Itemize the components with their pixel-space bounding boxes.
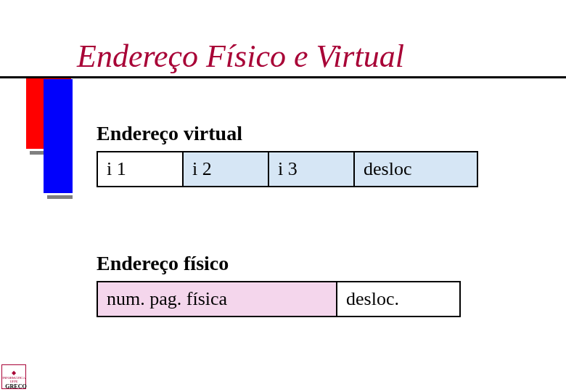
table-row: num. pag. física desloc. xyxy=(97,282,460,317)
virtual-cell-i2: i 2 xyxy=(183,152,268,187)
physical-address-table: num. pag. física desloc. xyxy=(97,281,461,317)
shadow-bar-2 xyxy=(47,195,73,199)
virtual-cell-i3: i 3 xyxy=(268,152,354,187)
physical-cell-desloc: desloc. xyxy=(337,282,460,317)
virtual-cell-desloc: desloc xyxy=(354,152,477,187)
slide-title: Endereço Físico e Virtual xyxy=(77,39,404,74)
physical-cell-numpag: num. pag. física xyxy=(97,282,337,317)
virtual-cell-i1: i 1 xyxy=(97,152,183,187)
footer-greco: GRECO xyxy=(0,383,32,392)
virtual-heading: Endereço virtual xyxy=(97,122,242,145)
virtual-address-table: i 1 i 2 i 3 desloc xyxy=(97,151,478,187)
table-row: i 1 i 2 i 3 desloc xyxy=(97,152,477,187)
physical-heading: Endereço físico xyxy=(97,252,229,275)
decor-blue-block xyxy=(44,79,73,193)
logo-mark-icon: ◆ xyxy=(12,370,16,376)
title-underline xyxy=(0,76,566,78)
